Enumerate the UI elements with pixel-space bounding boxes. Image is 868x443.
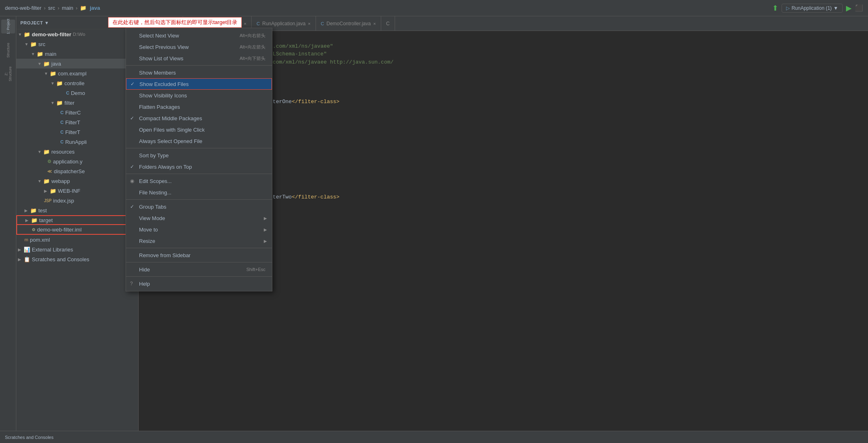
menu-item-help[interactable]: ? Help: [126, 278, 272, 289]
tree-arrow: ▶: [44, 189, 49, 193]
tree-item-target[interactable]: ▶ 📁 target: [16, 215, 138, 225]
breadcrumb-src[interactable]: src: [48, 5, 55, 11]
tab-more[interactable]: C: [381, 16, 395, 31]
folder-icon: 📁: [50, 71, 56, 77]
run-label: RunApplication (1): [791, 5, 832, 11]
tree-label: filter: [64, 100, 75, 106]
menu-item-folders-top[interactable]: ✓ Folders Always on Top: [126, 161, 272, 172]
more-tab-icon: C: [386, 21, 390, 26]
breadcrumb-project[interactable]: demo-web-filter: [5, 5, 42, 11]
tree-item-indexjsp[interactable]: JSP index.jsp: [16, 196, 138, 205]
menu-item-show-visibility[interactable]: Show Visibility Icons: [126, 90, 272, 101]
bottom-bar: Scratches and Consoles: [0, 431, 868, 443]
tab-close[interactable]: ×: [373, 21, 375, 26]
java-file-icon: C: [66, 90, 69, 95]
menu-label: Show Visibility Icons: [139, 93, 187, 99]
menu-item-view-mode[interactable]: View Mode: [126, 212, 272, 224]
java-tab-icon2: C: [321, 21, 324, 26]
tree-label: External Libraries: [32, 247, 73, 253]
radio-icon: ◉: [130, 178, 134, 184]
tree-item-main[interactable]: ▼ 📁 main: [16, 49, 138, 59]
menu-item-show-excluded[interactable]: ✓ Show Excluded Files: [126, 78, 272, 90]
menu-item-compact[interactable]: ✓ Compact Middle Packages: [126, 112, 272, 124]
sidebar-title[interactable]: Project ▼: [20, 20, 49, 25]
tree-arrow: ▼: [44, 71, 49, 76]
tree-label: demo-web-filter.iml: [37, 227, 82, 233]
menu-item-hide[interactable]: Hide Shift+Esc: [126, 264, 272, 275]
menu-item-group-tabs[interactable]: ✓ Group Tabs: [126, 201, 272, 212]
breadcrumb-main[interactable]: main: [62, 5, 73, 11]
tree-item-iml[interactable]: ⚙ demo-web-filter.iml: [16, 225, 138, 235]
menu-item-show-members[interactable]: Show Members: [126, 67, 272, 78]
menu-item-select-prev-view[interactable]: Select Previous View Alt+向左箭头: [126, 41, 272, 53]
menu-label: Open Files with Single Click: [139, 127, 205, 133]
tree-item-resources[interactable]: ▼ 📁 resources: [16, 147, 138, 156]
tree-item-runapplication[interactable]: C RunAppli: [16, 137, 138, 147]
java-file-icon: C: [60, 110, 64, 115]
annotation-text: 在此处右键，然后勾选下面标红的即可显示target目录: [113, 19, 237, 25]
tree-item-filter[interactable]: ▼ 📁 filter: [16, 98, 138, 108]
java-tab-icon: C: [256, 21, 260, 26]
check-mark: ✓: [130, 81, 135, 87]
menu-item-sort-type[interactable]: Sort by Type: [126, 150, 272, 161]
run-button[interactable]: ▷ RunApplication (1) ▼: [782, 4, 843, 13]
activity-z-structure[interactable]: Z: Structure: [1, 67, 15, 81]
run-dropdown-icon: ▼: [833, 5, 838, 11]
tree-item-root[interactable]: ▼ 📁 demo-web-filter D:\Wo: [16, 29, 138, 39]
tree-item-scratches[interactable]: ▶ 📋 Scratches and Consoles: [16, 254, 138, 264]
tree-item-filterc[interactable]: C FilterC: [16, 108, 138, 117]
tree-arrow: ▼: [51, 101, 55, 105]
tree-item-appyml[interactable]: ⚙ application.y: [16, 156, 138, 166]
folder-icon: 📁: [24, 31, 30, 37]
tab-close[interactable]: ×: [308, 21, 310, 26]
menu-item-single-click[interactable]: Open Files with Single Click: [126, 124, 272, 135]
tree-item-pom[interactable]: m pom.xml: [16, 235, 138, 245]
tree-label: demo-web-filter: [32, 31, 71, 37]
menu-item-resize[interactable]: Resize: [126, 235, 272, 247]
tree-item-webinf[interactable]: ▶ 📁 WEB-INF: [16, 186, 138, 196]
sidebar-tree[interactable]: ▼ 📁 demo-web-filter D:\Wo ▼ 📁 src ▼ 📁 ma…: [16, 29, 138, 443]
menu-item-show-list[interactable]: Show List of Views Alt+向下箭头: [126, 53, 272, 64]
tree-item-src[interactable]: ▼ 📁 src: [16, 39, 138, 49]
menu-item-select-next-view[interactable]: Select Next View Alt+向右箭头: [126, 30, 272, 41]
menu-divider: [126, 148, 272, 148]
activity-structure[interactable]: Structure: [1, 43, 15, 57]
tree-arrow: ▼: [38, 179, 42, 183]
tree-item-demo[interactable]: ▶ C Demo: [16, 88, 138, 98]
tree-item-filtert1[interactable]: C FilterT: [16, 117, 138, 127]
tab-democontroller[interactable]: C DemoController.java ×: [316, 16, 381, 31]
target-folder-icon: 📁: [31, 217, 38, 223]
menu-item-always-select[interactable]: Always Select Opened File: [126, 135, 272, 147]
menu-item-remove-sidebar[interactable]: Remove from Sidebar: [126, 249, 272, 261]
tree-label: test: [38, 207, 47, 214]
tree-label: application.y: [53, 159, 82, 165]
tree-item-com[interactable]: ▼ 📁 com.exampl: [16, 68, 138, 78]
menu-item-flatten[interactable]: Flatten Packages: [126, 101, 272, 112]
menu-label: Folders Always on Top: [139, 164, 192, 170]
activity-project[interactable]: 1: Project: [1, 20, 15, 33]
scratches-label[interactable]: Scratches and Consoles: [5, 435, 53, 440]
run-play-icon[interactable]: ▶: [846, 4, 852, 13]
breadcrumb-java[interactable]: java: [90, 5, 100, 11]
tree-arrow: ▶: [18, 247, 23, 252]
stop-icon[interactable]: ⬛: [855, 4, 863, 12]
menu-label: Remove from Sidebar: [139, 252, 190, 258]
tree-item-filtert2[interactable]: C FilterT: [16, 127, 138, 137]
tab-close[interactable]: ×: [244, 21, 246, 26]
tree-item-webapp[interactable]: ▼ 📁 webapp: [16, 176, 138, 186]
tree-item-java[interactable]: ▼ 📁 java: [16, 59, 138, 68]
menu-item-move-to[interactable]: Move to: [126, 224, 272, 235]
tree-item-dispatcher[interactable]: ≪ dispatcherSe: [16, 166, 138, 176]
menu-item-file-nesting[interactable]: File Nesting...: [126, 187, 272, 198]
menu-label: Group Tabs: [139, 204, 166, 210]
java-file-icon: C: [60, 130, 64, 134]
tree-item-test[interactable]: ▶ 📁 test: [16, 205, 138, 215]
folder-icon: 📁: [80, 5, 86, 11]
folder-icon: 📁: [43, 178, 50, 184]
tree-label: FilterT: [65, 119, 80, 126]
iml-file-icon: ⚙: [32, 227, 35, 232]
menu-item-edit-scopes[interactable]: ◉ Edit Scopes...: [126, 175, 272, 187]
title-bar: demo-web-filter › src › main › 📁 java ⬆ …: [0, 0, 868, 16]
tree-item-controller[interactable]: ▼ 📁 controlle: [16, 78, 138, 88]
tree-item-extlibs[interactable]: ▶ 📊 External Libraries: [16, 245, 138, 254]
